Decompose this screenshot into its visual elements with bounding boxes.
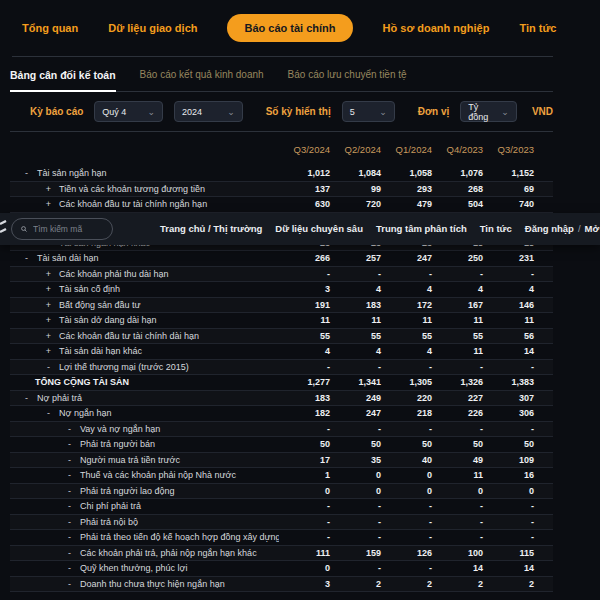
table-row[interactable]: + Các khoản đầu tư tài chính ngắn hạn 63… [10, 197, 553, 213]
table-row[interactable]: - Người mua trả tiền trước 17 35 40 49 1… [10, 453, 553, 469]
row-value: - [483, 362, 534, 372]
row-label: Nợ phải trả [37, 393, 82, 403]
table-row[interactable]: - Các khoản phải trả, phải nộp ngắn hạn … [10, 546, 553, 562]
row-value: - [381, 517, 432, 527]
expand-marker[interactable]: + [44, 199, 53, 209]
table-row[interactable]: - Vay và nợ ngắn hạn - - - - - [10, 422, 553, 438]
subtab-balance-sheet[interactable]: Bảng cân đối kế toán [10, 69, 116, 92]
row-label: Vay và nợ ngắn hạn [80, 424, 160, 434]
expand-marker[interactable]: - [22, 253, 31, 263]
row-value: 115 [483, 548, 534, 558]
table-row[interactable]: - Tài sản dài hạn 266 257 247 250 231 [10, 251, 553, 267]
expand-marker[interactable]: - [65, 501, 74, 511]
row-value: 218 [381, 408, 432, 418]
row-value: 182 [279, 408, 330, 418]
expand-marker[interactable]: + [44, 315, 53, 325]
year-select[interactable]: 2024 ⌄ [174, 101, 243, 122]
expand-marker[interactable]: - [65, 548, 74, 558]
search-input[interactable] [33, 224, 103, 234]
row-value: - [432, 532, 483, 542]
row-value: 250 [432, 253, 483, 263]
register-link[interactable]: Mở tài khoản [585, 223, 600, 234]
expand-marker[interactable]: - [65, 486, 74, 496]
nav-home-market[interactable]: Trang chủ / Thị trường [160, 223, 262, 234]
table-row[interactable]: - Phải trả người bán 50 50 50 50 50 [10, 437, 553, 453]
table-row[interactable]: - Phải trả người lao động 0 0 0 0 0 [10, 484, 553, 500]
expand-marker[interactable]: - [65, 517, 74, 527]
table-row[interactable]: + Tiền và các khoản tương đương tiền 137… [10, 182, 553, 198]
row-value: - [432, 424, 483, 434]
auth-links: Đăng nhập / Mở tài khoản [525, 223, 600, 234]
table-row[interactable]: - Phải trả nội bộ - - - - - [10, 515, 553, 531]
table-row[interactable]: - Quỹ khen thưởng, phúc lợi 0 - - 14 14 [10, 561, 553, 577]
table-row[interactable]: + Tài sản dài hạn khác 4 4 4 11 14 [10, 344, 553, 360]
table-row[interactable]: - Tài sản ngắn hạn 1,012 1,084 1,058 1,0… [10, 166, 553, 182]
expand-marker[interactable]: + [44, 331, 53, 341]
nav-news[interactable]: Tin tức [480, 223, 512, 234]
tab-ho-so-doanh-nghiep[interactable]: Hồ sơ doanh nghiệp [383, 22, 490, 34]
row-value: 4 [330, 284, 381, 294]
table-row[interactable]: - Nợ ngắn hạn 182 247 218 226 306 [10, 406, 553, 422]
expand-marker[interactable]: - [65, 579, 74, 589]
row-value: - [330, 269, 381, 279]
expand-marker[interactable]: - [22, 168, 31, 178]
expand-marker[interactable]: - [65, 532, 74, 542]
row-value: - [483, 424, 534, 434]
row-value: 11 [432, 346, 483, 356]
row-label: Các khoản đầu tư tài chính ngắn hạn [59, 199, 207, 209]
table-row[interactable]: - Lợi thế thương mại (trước 2015) - - - … [10, 360, 553, 376]
expand-marker[interactable]: - [44, 408, 53, 418]
table-row[interactable]: - Thuế và các khoản phải nộp Nhà nước 1 … [10, 468, 553, 484]
expand-marker[interactable]: - [65, 439, 74, 449]
row-value: 0 [381, 486, 432, 496]
report-subtabs: Bảng cân đối kế toán Báo cáo kết quả kin… [10, 57, 553, 92]
row-value: 4 [279, 346, 330, 356]
table-row[interactable]: + Các khoản đầu tư tài chính dài hạn 55 … [10, 329, 553, 345]
expand-marker[interactable]: - [65, 563, 74, 573]
expand-marker[interactable]: + [44, 346, 53, 356]
quarter-select[interactable]: Quý 4 ⌄ [94, 101, 163, 122]
row-label: Người mua trả tiền trước [80, 455, 180, 465]
table-row[interactable]: - Chi phí phải trả - - - - - [10, 499, 553, 515]
tab-tong-quan[interactable]: Tổng quan [22, 22, 78, 34]
expand-marker[interactable]: + [44, 184, 53, 194]
expand-marker[interactable]: + [44, 269, 53, 279]
expand-marker[interactable]: - [22, 393, 31, 403]
row-value: 0 [330, 470, 381, 480]
table-row[interactable]: TỔNG CỘNG TÀI SẢN 1,277 1,341 1,305 1,32… [10, 375, 553, 391]
nav-analysis-center[interactable]: Trung tâm phân tích [376, 223, 467, 234]
row-value: 111 [279, 548, 330, 558]
row-value: 55 [381, 331, 432, 341]
subtab-income-statement[interactable]: Báo cáo kết quả kinh doanh [140, 69, 264, 91]
table-row[interactable]: + Tài sản dở dang dài hạn 11 11 11 11 11 [10, 313, 553, 329]
expand-marker[interactable]: - [65, 424, 74, 434]
nav-deep-data[interactable]: Dữ liệu chuyên sâu [275, 223, 363, 234]
expand-marker[interactable]: - [65, 455, 74, 465]
periods-shown-label: Số kỳ hiển thị [266, 106, 331, 117]
row-value: 227 [432, 393, 483, 403]
table-row[interactable]: - Doanh thu chưa thực hiện ngắn hạn 3 2 … [10, 577, 553, 593]
currency-label: VND [532, 106, 553, 117]
ticker-search[interactable] [11, 218, 113, 240]
expand-marker[interactable]: - [44, 362, 53, 372]
table-row[interactable]: + Tài sản cố định 3 4 4 4 4 [10, 282, 553, 298]
row-value: 50 [381, 439, 432, 449]
tab-du-lieu-giao-dich[interactable]: Dữ liệu giao dịch [108, 22, 197, 34]
row-value: - [483, 501, 534, 511]
table-row[interactable]: - Nợ phải trả 183 249 220 227 307 [10, 391, 553, 407]
unit-select[interactable]: Tỷ đồng ⌄ [460, 101, 517, 122]
expand-marker[interactable]: + [44, 284, 53, 294]
expand-marker[interactable]: + [44, 300, 53, 310]
expand-marker[interactable]: - [65, 470, 74, 480]
table-row[interactable]: - Phải trả theo tiến độ kế hoạch hợp đồn… [10, 530, 553, 546]
table-row[interactable]: + Các khoản phải thu dài hạn - - - - - [10, 267, 553, 283]
login-link[interactable]: Đăng nhập [525, 223, 574, 234]
tab-bao-cao-tai-chinh[interactable]: Báo cáo tài chính [227, 14, 352, 42]
tab-tin-tuc[interactable]: Tin tức [519, 22, 556, 34]
periods-select[interactable]: 5 ⌄ [342, 101, 395, 122]
subtab-cash-flow[interactable]: Báo cáo lưu chuyển tiền tệ [288, 69, 407, 91]
search-icon [21, 224, 27, 234]
table-row[interactable]: + Bất động sản đầu tư 191 183 172 167 14… [10, 298, 553, 314]
row-value: 167 [432, 300, 483, 310]
row-value: 2 [432, 579, 483, 589]
